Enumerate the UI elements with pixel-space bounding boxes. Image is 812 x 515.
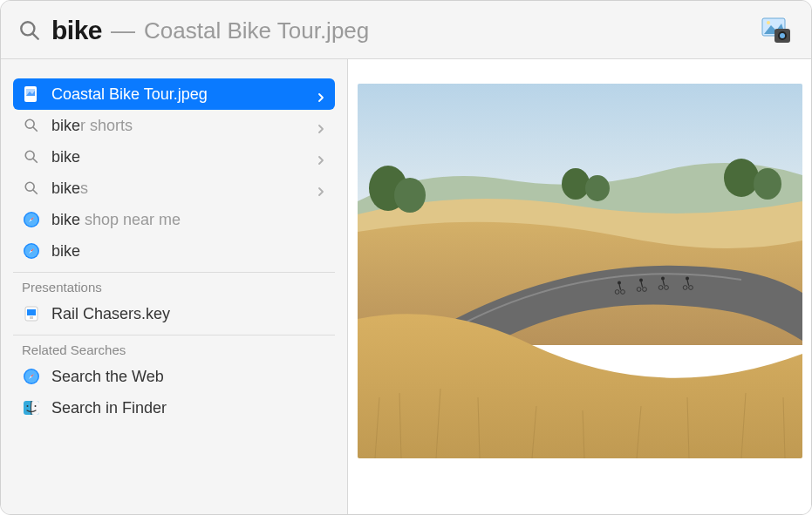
chevron-right-icon <box>316 183 326 193</box>
svg-rect-26 <box>27 309 36 315</box>
search-separator: — <box>111 17 135 44</box>
svg-point-65 <box>686 277 689 281</box>
result-label: bike <box>51 148 316 166</box>
result-suggestion[interactable]: bike <box>13 235 335 267</box>
svg-point-61 <box>661 277 665 281</box>
magnifier-icon <box>22 179 41 198</box>
chevron-right-icon <box>316 120 326 131</box>
result-label: biker shorts <box>51 117 316 135</box>
preview-image <box>358 84 802 458</box>
body-area: Coastal Bike Tour.jpeg biker shorts <box>1 59 811 514</box>
section-header-presentations: Presentations <box>13 272 335 298</box>
svg-line-12 <box>33 127 37 131</box>
result-label: Coastal Bike Tour.jpeg <box>51 85 316 104</box>
result-label: Search the Web <box>51 368 326 386</box>
finder-icon <box>22 398 41 417</box>
chevron-right-icon <box>316 152 326 162</box>
result-label: bike shop near me <box>51 211 326 229</box>
preview-app-icon <box>759 13 794 48</box>
svg-point-15 <box>25 182 34 191</box>
jpeg-file-icon <box>22 85 41 104</box>
svg-point-53 <box>618 281 621 285</box>
svg-point-11 <box>25 119 34 128</box>
svg-rect-27 <box>30 316 33 319</box>
result-suggestion[interactable]: bike shop near me <box>13 204 335 235</box>
result-label: Search in Finder <box>51 399 326 417</box>
svg-point-4 <box>767 21 770 24</box>
svg-line-16 <box>33 190 37 193</box>
magnifier-icon <box>22 116 41 135</box>
result-top-hit[interactable]: Coastal Bike Tour.jpeg <box>13 78 335 110</box>
result-search-web[interactable]: Search the Web <box>13 361 335 392</box>
result-suggestion[interactable]: biker shorts <box>13 110 335 141</box>
safari-icon <box>22 241 41 261</box>
result-label: Rail Chasers.key <box>51 305 326 323</box>
result-presentation[interactable]: Rail Chasers.key <box>13 298 335 329</box>
svg-point-50 <box>585 175 610 201</box>
result-label: bike <box>51 242 326 261</box>
search-bar[interactable]: bike — Coastal Bike Tour.jpeg <box>1 1 811 59</box>
svg-point-35 <box>35 405 37 407</box>
safari-icon <box>22 210 41 229</box>
result-suggestion[interactable]: bike <box>13 141 335 173</box>
svg-point-48 <box>394 178 426 213</box>
svg-line-14 <box>33 159 37 162</box>
svg-point-7 <box>780 33 785 38</box>
svg-point-51 <box>724 159 759 197</box>
spotlight-window: bike — Coastal Bike Tour.jpeg Coastal Bi… <box>0 0 812 515</box>
search-query-text[interactable]: bike <box>51 16 102 45</box>
search-top-hit-name: Coastal Bike Tour.jpeg <box>144 17 748 44</box>
result-label: bikes <box>51 180 316 198</box>
svg-line-1 <box>33 34 38 39</box>
svg-point-52 <box>754 168 781 200</box>
svg-point-49 <box>562 168 590 200</box>
search-icon <box>18 19 41 42</box>
chevron-right-icon <box>316 89 326 99</box>
magnifier-icon <box>22 147 41 166</box>
svg-point-13 <box>25 151 34 159</box>
results-panel: Coastal Bike Tour.jpeg biker shorts <box>1 59 348 514</box>
preview-panel <box>348 59 811 514</box>
svg-rect-33 <box>31 401 39 415</box>
result-suggestion[interactable]: bikes <box>13 173 335 204</box>
svg-point-57 <box>639 279 643 282</box>
svg-point-34 <box>27 405 29 407</box>
safari-icon <box>22 367 41 386</box>
section-header-related: Related Searches <box>13 335 335 361</box>
result-search-finder[interactable]: Search in Finder <box>13 392 335 424</box>
keynote-file-icon <box>22 304 41 323</box>
